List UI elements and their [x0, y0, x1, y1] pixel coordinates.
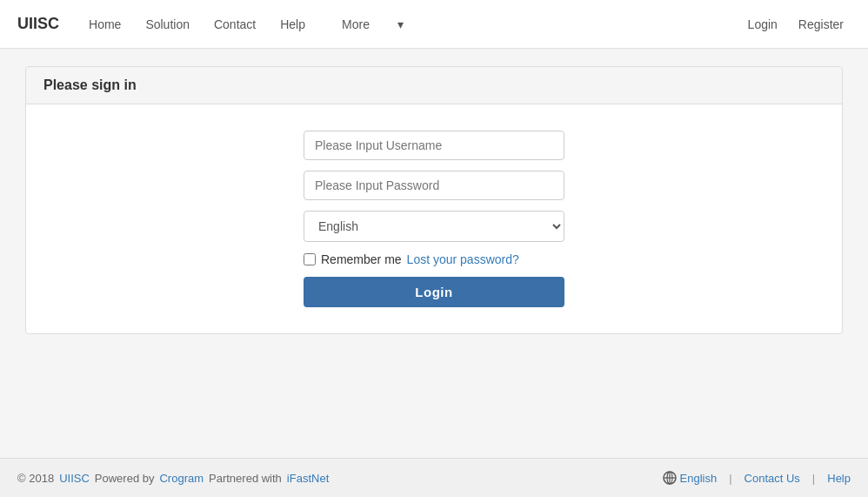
nav-more-label: More	[330, 17, 382, 31]
footer-sep-1: |	[729, 472, 731, 485]
nav-help-link[interactable]: Help	[268, 17, 317, 31]
nav-home-link[interactable]: Home	[77, 17, 133, 31]
footer-partnered-with: Partnered with	[209, 472, 282, 485]
signin-panel-header: Please sign in	[26, 67, 842, 104]
main-content: Please sign in English 中文 Español França…	[0, 49, 868, 458]
signin-panel: Please sign in English 中文 Español França…	[25, 66, 843, 334]
signin-panel-body: English 中文 Español Français Remember me …	[26, 104, 842, 333]
signin-title: Please sign in	[43, 77, 825, 93]
footer-language-item: English	[663, 471, 718, 485]
password-input[interactable]	[304, 171, 564, 200]
footer-language-link[interactable]: English	[680, 472, 718, 485]
navbar-brand[interactable]: UIISC	[17, 15, 59, 33]
forgot-password-link[interactable]: Lost your password?	[407, 252, 519, 266]
nav-contact-link[interactable]: Contact	[202, 17, 268, 31]
footer-ifastnet-link[interactable]: iFastNet	[287, 472, 329, 485]
navbar: UIISC Home Solution Contact Help More ▾ …	[0, 0, 868, 49]
footer-crogram-link[interactable]: Crogram	[159, 472, 204, 485]
remember-row: Remember me Lost your password?	[304, 252, 564, 266]
remember-me-checkbox[interactable]	[304, 253, 316, 265]
sidebar-item-more[interactable]: More ▾	[317, 17, 428, 31]
nav-register-link[interactable]: Register	[791, 17, 851, 31]
sidebar-item-home[interactable]: Home	[77, 17, 133, 31]
language-select[interactable]: English 中文 Español Français	[304, 211, 564, 242]
navbar-right: Login Register	[741, 17, 851, 31]
chevron-down-icon: ▾	[385, 17, 416, 31]
footer-powered-by: Powered by	[95, 472, 155, 485]
globe-icon	[663, 471, 677, 485]
login-form: English 中文 Español Français Remember me …	[304, 131, 564, 307]
footer-contact-us-link[interactable]: Contact Us	[744, 472, 800, 485]
footer-copyright: © 2018	[17, 472, 54, 485]
remember-me-label: Remember me	[321, 252, 402, 266]
username-input[interactable]	[304, 131, 564, 160]
nav-more-dropdown[interactable]: More ▾	[317, 17, 428, 31]
footer-right: English | Contact Us | Help	[663, 471, 851, 485]
footer: © 2018 UIISC Powered by Crogram Partnere…	[0, 458, 868, 497]
footer-left: © 2018 UIISC Powered by Crogram Partnere…	[17, 472, 329, 485]
footer-sep-2: |	[812, 472, 815, 485]
sidebar-item-help[interactable]: Help	[268, 17, 317, 31]
sidebar-item-solution[interactable]: Solution	[133, 17, 202, 31]
sidebar-item-contact[interactable]: Contact	[202, 17, 268, 31]
nav-solution-link[interactable]: Solution	[133, 17, 202, 31]
nav-login-link[interactable]: Login	[741, 17, 785, 31]
footer-brand-link[interactable]: UIISC	[59, 472, 90, 485]
login-button[interactable]: Login	[304, 277, 564, 307]
footer-help-link[interactable]: Help	[827, 472, 851, 485]
navbar-nav: Home Solution Contact Help More ▾	[77, 17, 741, 31]
